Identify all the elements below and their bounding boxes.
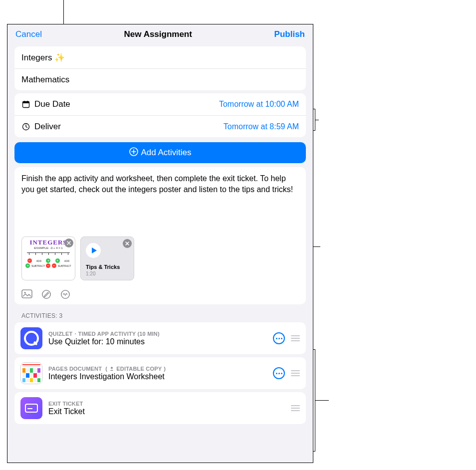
activity-app-label: QUIZLET: [48, 331, 72, 337]
open-paren: (: [104, 366, 107, 372]
plus-dot-icon: +: [46, 258, 50, 263]
instructions-card: Finish the app activity and worksheet, t…: [14, 167, 306, 304]
publish-button[interactable]: Publish: [274, 29, 305, 39]
activity-more-button[interactable]: [273, 367, 285, 379]
separator-dot: ·: [74, 331, 76, 337]
rule-subtract-label: SUBTRACT: [58, 264, 71, 267]
quizlet-app-icon: [20, 327, 42, 349]
class-field[interactable]: Mathematics: [14, 68, 306, 90]
activity-exit-ticket[interactable]: EXIT TICKET Exit Ticket: [14, 392, 306, 424]
pages-document-icon: [20, 362, 42, 384]
add-activities-button[interactable]: Add Activities: [14, 142, 306, 163]
insert-audio-button[interactable]: [60, 289, 70, 299]
poster-attachment[interactable]: INTEGERS EXAMPLE: -3 + 4 = 1 − ADD + + A…: [21, 236, 75, 280]
activity-quizlet[interactable]: QUIZLET · TIMED APP ACTIVITY (10 MIN) Us…: [14, 322, 306, 354]
rule-subtract-label: SUBTRACT: [31, 264, 45, 267]
media-toolbar: [21, 289, 299, 299]
ellipsis-icon: [276, 338, 282, 339]
deliver-row[interactable]: Deliver Tomorrow at 8:59 AM: [14, 115, 306, 137]
deliver-label: Deliver: [34, 122, 61, 132]
title-class-card: Integers ✨ Mathematics: [14, 46, 306, 90]
svg-point-10: [111, 367, 113, 369]
svg-rect-6: [22, 290, 32, 298]
activity-type-label: TIMED APP ACTIVITY (10 MIN): [78, 331, 160, 337]
activity-pages[interactable]: PAGES DOCUMENT ( EDITABLE COPY ) Integer…: [14, 357, 306, 389]
close-paren: ): [164, 366, 166, 372]
poster-number-line: [27, 252, 70, 257]
people-icon: [109, 366, 114, 371]
assignment-title-text: Integers ✨: [21, 52, 65, 63]
navbar: Cancel New Assignment Publish: [7, 24, 313, 43]
cancel-button[interactable]: Cancel: [15, 29, 42, 39]
play-button[interactable]: [86, 243, 101, 258]
plus-dot-icon: +: [25, 263, 30, 268]
due-date-label: Due Date: [34, 99, 70, 109]
remove-attachment-button[interactable]: [123, 239, 132, 248]
drag-handle[interactable]: [290, 334, 301, 342]
due-date-value: Tomorrow at 10:00 AM: [219, 100, 299, 109]
minus-dot-icon: −: [27, 258, 32, 263]
add-activities-label: Add Activities: [141, 148, 191, 158]
activity-title: Use Quizlet for: 10 minutes: [48, 337, 267, 346]
page-title: New Assignment: [124, 29, 192, 39]
audio-attachment[interactable]: Tips & Tricks 1:20: [80, 236, 134, 280]
due-date-row[interactable]: Due Date Tomorrow at 10:00 AM: [14, 93, 306, 115]
svg-rect-3: [27, 101, 28, 102]
svg-point-8: [42, 290, 50, 298]
attachments-row: INTEGERS EXAMPLE: -3 + 4 = 1 − ADD + + A…: [21, 236, 299, 280]
svg-point-7: [24, 292, 25, 293]
exit-ticket-icon: [20, 397, 42, 419]
minus-dot-icon: −: [52, 263, 56, 268]
rule-add-label: ADD: [36, 259, 42, 262]
annotation-line: [315, 400, 329, 401]
calendar-icon: [21, 100, 30, 109]
svg-rect-1: [23, 102, 29, 104]
deliver-value: Tomorrow at 8:59 AM: [224, 122, 299, 131]
class-text: Mathematics: [21, 75, 69, 85]
play-icon: [92, 247, 97, 253]
activity-title: Integers Investigation Worksheet: [48, 372, 267, 381]
activity-type-label: EXIT TICKET: [48, 401, 83, 407]
activity-title: Exit Ticket: [48, 407, 284, 416]
svg-point-9: [61, 290, 69, 298]
svg-rect-2: [24, 101, 24, 102]
poster-example-text: EXAMPLE: -3 + 4 = 1: [24, 246, 73, 249]
activity-more-button[interactable]: [273, 332, 285, 344]
schedule-card: Due Date Tomorrow at 10:00 AM Deliver To…: [14, 93, 306, 137]
instructions-text[interactable]: Finish the app activity and worksheet, t…: [21, 173, 299, 195]
rule-add-label: ADD: [64, 259, 70, 262]
clock-icon: [21, 122, 30, 131]
editable-copy-label: EDITABLE COPY: [116, 366, 162, 372]
app-window: Cancel New Assignment Publish Integers ✨…: [7, 24, 313, 463]
ellipsis-icon: [276, 373, 282, 374]
plus-dot-icon: +: [55, 258, 60, 263]
audio-duration: 1:20: [86, 271, 95, 276]
activity-type-label: PAGES DOCUMENT: [48, 366, 102, 372]
drag-handle[interactable]: [290, 404, 301, 412]
insert-image-button[interactable]: [21, 289, 32, 299]
insert-drawing-button[interactable]: [41, 289, 51, 299]
minus-dot-icon: −: [46, 263, 50, 268]
plus-circle-icon: [129, 147, 139, 159]
drag-handle[interactable]: [290, 369, 301, 377]
activities-header: ACTIVITIES: 3: [21, 312, 299, 319]
annotation-line: [315, 120, 319, 120]
audio-name: Tips & Tricks: [86, 264, 120, 270]
assignment-title-field[interactable]: Integers ✨: [14, 46, 306, 68]
